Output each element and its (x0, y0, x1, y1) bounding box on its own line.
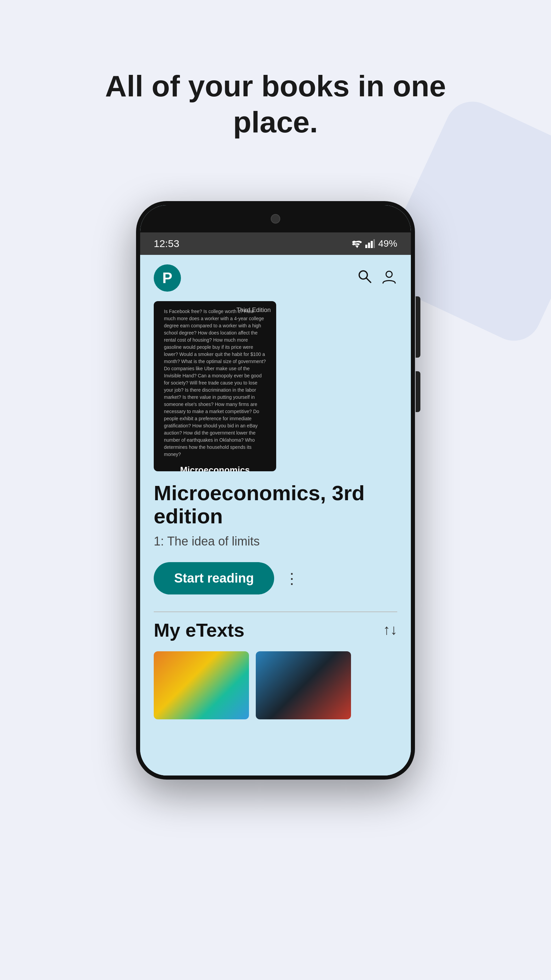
more-options-button[interactable]: ⋮ (284, 570, 299, 587)
book-chapter: 1: The idea of limits (154, 534, 397, 549)
signal-icon (365, 239, 375, 248)
start-reading-button[interactable]: Start reading (154, 562, 274, 595)
phone-body: 12:53 49% (136, 201, 415, 780)
svg-line-5 (366, 278, 371, 282)
etexts-thumbnail-2[interactable] (256, 651, 351, 719)
my-etexts-header: My eTexts ↑↓ (154, 619, 397, 641)
book-actions: Start reading ⋮ (154, 562, 397, 595)
book-title: Microeconomics, 3rd edition (154, 482, 397, 528)
book-cover: Third Edition Is Facebook free? Is colle… (154, 301, 276, 471)
phone-screen: 12:53 49% (140, 205, 411, 775)
book-cover-title: Microeconomics (160, 465, 269, 471)
wifi-icon (349, 239, 362, 248)
phone-notch (140, 205, 411, 232)
sort-icon[interactable]: ↑↓ (383, 622, 397, 638)
search-icon[interactable] (356, 268, 373, 288)
thumbnail-row (154, 651, 397, 719)
svg-point-6 (386, 271, 392, 277)
phone-camera (271, 214, 280, 224)
phone-mockup: 12:53 49% (136, 201, 415, 780)
status-icons: 49% (349, 238, 397, 249)
app-content: P (140, 255, 411, 775)
svg-rect-0 (365, 245, 367, 248)
status-time: 12:53 (154, 238, 179, 250)
svg-rect-1 (368, 243, 370, 248)
svg-rect-3 (373, 239, 375, 248)
my-etexts-title: My eTexts (154, 619, 245, 641)
pearson-logo[interactable]: P (154, 264, 181, 292)
status-bar: 12:53 49% (140, 232, 411, 255)
svg-rect-2 (371, 241, 373, 248)
page-headline: All of your books in one place. (71, 68, 480, 140)
app-header: P (140, 255, 411, 301)
header-icons (356, 268, 397, 288)
book-card: Third Edition Is Facebook free? Is colle… (140, 301, 411, 775)
section-divider (154, 611, 397, 612)
profile-icon[interactable] (381, 268, 397, 288)
etexts-thumbnail-1[interactable] (154, 651, 249, 719)
battery-icon: 49% (378, 238, 397, 249)
book-edition-label: Third Edition (237, 307, 271, 314)
book-cover-body-text: Is Facebook free? Is college worth it? H… (160, 308, 269, 461)
